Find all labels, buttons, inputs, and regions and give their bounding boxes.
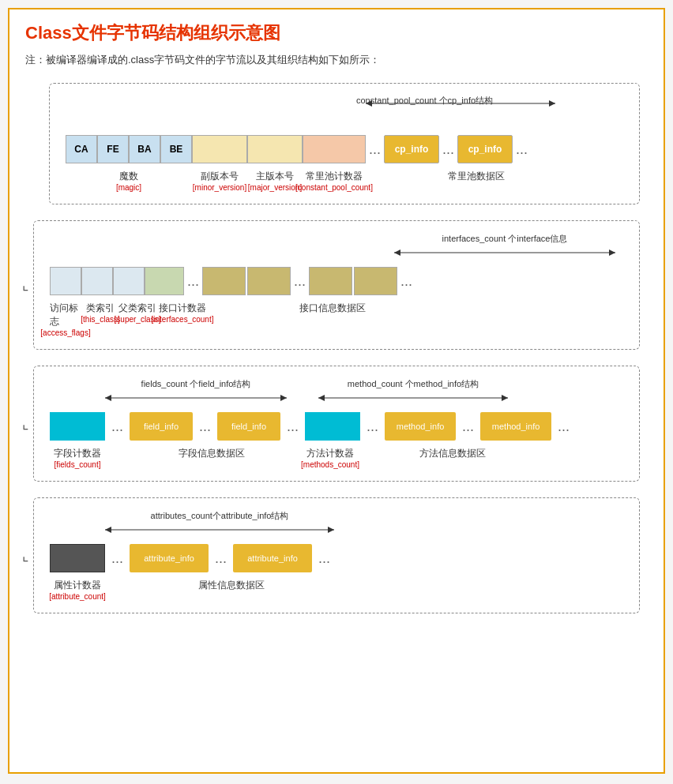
section3-arrows: fields_count 个field_info结构 method_count … [50, 378, 623, 407]
finfo-box2: field_info [217, 412, 280, 441]
section2: ⌞ interfaces_count 个interface信息 ... [33, 220, 640, 350]
label-acount: 属性计数器 [attribute_count] [50, 579, 105, 601]
iinfo-box1 [202, 267, 246, 295]
section4-row: ... attribute_info ... attribute_info ..… [50, 544, 623, 572]
label-marea: 方法信息数据区 [366, 447, 540, 460]
ainfo-box2: attribute_info [233, 544, 312, 572]
section2-arrow-indicator: ⌞ [22, 276, 28, 294]
super-box [113, 267, 145, 295]
byte-ba: BA [129, 135, 160, 163]
dots-if3: ... [400, 273, 412, 290]
section3-arrow-indicator: ⌞ [22, 415, 28, 433]
section2-row: ... ... ... [50, 267, 623, 295]
svg-marker-4 [394, 249, 400, 256]
interface-arrow-label: interfaces_count 个interface信息 [394, 233, 615, 245]
byte-fe: FE [97, 135, 129, 163]
svg-marker-5 [609, 249, 615, 256]
label-this: 类索引 [this_class] [85, 302, 116, 324]
label-minor: 副版本号 [minor_version] [192, 170, 247, 192]
dots-m3: ... [558, 418, 570, 435]
fields-count-box [50, 412, 105, 441]
label-iarea: 接口信息数据区 [238, 302, 427, 315]
section1: constant_pool_count 个cp_info结构 CA FE BA … [49, 83, 640, 204]
dots-f3: ... [287, 418, 299, 435]
svg-marker-8 [280, 395, 287, 401]
label-major: 主版本号 [major_version] [247, 170, 303, 192]
byte-const-count [303, 135, 366, 163]
dots2: ... [442, 141, 454, 158]
iinfo-box2 [247, 267, 291, 295]
finfo-box1: field_info [130, 412, 193, 441]
byte-minor [192, 135, 247, 163]
icount-box [145, 267, 184, 295]
dots3: ... [516, 141, 528, 158]
dots-f1: ... [111, 418, 123, 435]
access-box [50, 267, 81, 295]
section3-row: ... field_info ... field_info ... ... me… [50, 412, 623, 441]
dots-m2: ... [462, 418, 474, 435]
svg-marker-2 [549, 100, 555, 107]
dots-a1: ... [111, 550, 123, 567]
svg-marker-14 [328, 527, 334, 533]
label-const-count: 常里池计数器 [constant_pool_count] [303, 170, 366, 192]
byte-major [247, 135, 303, 163]
label-const-pool: 常里池数据区 [397, 170, 555, 183]
iinfo-box3 [309, 267, 352, 295]
attr-arrow-svg [105, 523, 334, 536]
methods-count-box [305, 412, 360, 441]
bytes-row: CA FE BA BE ... cp_info ... cp_info ... [66, 135, 623, 163]
attr-arrow-container: attributes_count个attribute_info结构 [105, 510, 334, 539]
ainfo-box1: attribute_info [130, 544, 209, 572]
attr-arrow-label: attributes_count个attribute_info结构 [105, 510, 334, 522]
interface-arrow: interfaces_count 个interface信息 [394, 233, 615, 262]
labels-row4: 属性计数器 [attribute_count] 属性信息数据区 [50, 579, 623, 601]
byte-cp-info1: cp_info [384, 135, 439, 163]
byte-ca: CA [66, 135, 97, 163]
label-farea: 字段信息数据区 [129, 447, 295, 460]
interface-arrow-svg [394, 246, 615, 259]
label-magic: 魔数 [magic] [66, 170, 192, 192]
iinfo-box4 [354, 267, 397, 295]
svg-marker-10 [318, 395, 325, 401]
dots-if1: ... [187, 273, 199, 290]
label-aarea: 属性信息数据区 [129, 579, 334, 592]
fields-arrow-label: fields_count 个field_info结构 [105, 378, 287, 390]
label-icount: 接口计数器 [interfaces_count] [159, 302, 206, 324]
dots1: ... [369, 141, 381, 158]
section3: ⌞ fields_count 个field_info结构 method_coun… [33, 366, 640, 482]
label-mcount: 方法计数器 [methods_count] [303, 447, 358, 469]
label-access: 访问标志 [access_flags] [50, 302, 81, 337]
labels-row1: 魔数 [magic] 副版本号 [minor_version] 主版本号 [ma… [66, 170, 623, 192]
main-container: Class文件字节码结构组织示意图 注：被编译器编译成的.class字节码文件的… [8, 8, 665, 774]
minfo-box2: method_info [480, 412, 551, 441]
this-box [81, 267, 113, 295]
labels-row3: 字段计数器 [fields_count] 字段信息数据区 方法计数器 [meth… [50, 447, 623, 469]
svg-marker-11 [502, 395, 508, 401]
section4-arrow-indicator: ⌞ [22, 547, 28, 565]
section4: ⌞ attributes_count个attribute_info结构 ... … [33, 497, 640, 613]
dots-if2: ... [294, 273, 306, 290]
svg-marker-7 [105, 395, 111, 401]
dots-a3: ... [318, 550, 330, 567]
label-fcount: 字段计数器 [fields_count] [50, 447, 105, 469]
svg-marker-13 [105, 527, 111, 533]
const-pool-arrow-label: constant_pool_count 个cp_info结构 [356, 95, 493, 107]
interface-arrow-container: interfaces_count 个interface信息 [50, 233, 615, 262]
fields-arrow-svg [105, 392, 287, 404]
byte-cp-info2: cp_info [457, 135, 513, 163]
methods-arrow-svg [318, 392, 508, 404]
labels-row2: 访问标志 [access_flags] 类索引 [this_class] 父类索… [50, 302, 623, 337]
page-title: Class文件字节码结构组织示意图 [25, 21, 648, 45]
note-text: 注：被编译器编译成的.class字节码文件的字节流以及其组织结构如下如所示： [25, 53, 648, 67]
methods-arrow-label: method_count 个method_info结构 [318, 378, 508, 390]
attr-count-box [50, 544, 105, 572]
byte-be: BE [160, 135, 192, 163]
methods-arrow-container: method_count 个method_info结构 [318, 378, 508, 407]
dots-f2: ... [199, 418, 211, 435]
dots-a2: ... [215, 550, 227, 567]
fields-arrow-container: fields_count 个field_info结构 [105, 378, 287, 407]
dots-m1: ... [367, 418, 378, 435]
minfo-box1: method_info [385, 412, 456, 441]
